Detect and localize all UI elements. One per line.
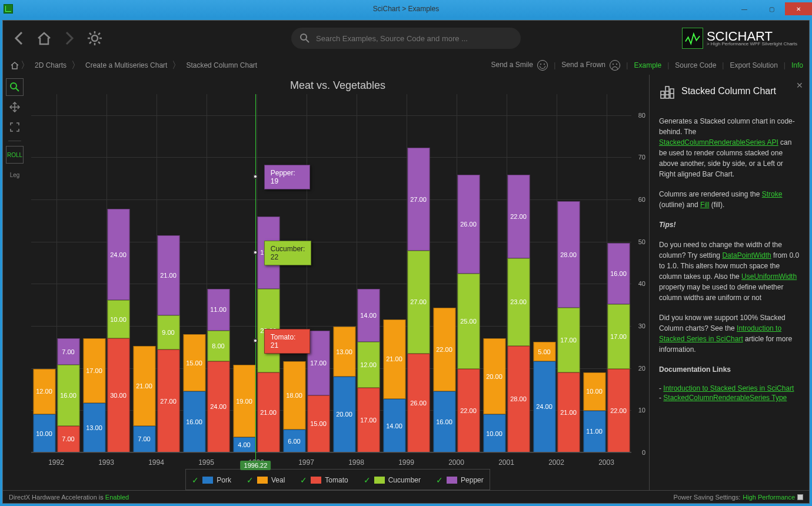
bar-segment-tomato[interactable]: 24.00 — [207, 361, 229, 452]
status-bar: DirectX Hardware Acceleration is Enabled… — [3, 490, 809, 503]
bar-segment-cucumber[interactable]: 17.00 — [557, 308, 580, 372]
close-button[interactable]: ✕ — [785, 2, 812, 15]
bar-segment-cucumber[interactable]: 9.00 — [157, 315, 179, 349]
breadcrumb-item[interactable]: Create a Multiseries Chart — [79, 59, 173, 72]
bar-segment-pepper[interactable]: 26.00 — [457, 175, 480, 274]
bar-segment-pepper[interactable]: 28.00 — [557, 201, 580, 308]
maximize-button[interactable]: ▢ — [758, 2, 785, 15]
bar-segment-pepper[interactable]: 21.00 — [157, 235, 179, 315]
doc-link[interactable]: StackedColumnRenderableSeries Type — [663, 394, 787, 402]
breadcrumb-item[interactable]: 2D Charts — [29, 59, 72, 72]
bar-segment-pork[interactable]: 20.00 — [333, 377, 355, 452]
bar-segment-tomato[interactable]: 7.00 — [57, 426, 79, 452]
bar-segment-pork[interactable]: 7.00 — [133, 426, 155, 452]
bar-segment-veal[interactable]: 18.00 — [283, 361, 305, 430]
breadcrumb-home-icon[interactable] — [10, 61, 19, 70]
tab-example[interactable]: Example — [634, 61, 661, 69]
bar-segment-tomato[interactable]: 21.00 — [257, 372, 279, 452]
bar-segment-pepper[interactable]: 16.00 — [607, 243, 630, 304]
pan-tool[interactable] — [6, 98, 24, 116]
search-input[interactable] — [316, 34, 513, 43]
legend-item[interactable]: ✓Cucumber — [358, 475, 427, 485]
legend-item[interactable]: ✓Pepper — [430, 475, 490, 485]
bar-segment-cucumber[interactable]: 25.00 — [457, 274, 480, 369]
bar-segment-veal[interactable]: 15.00 — [183, 334, 205, 391]
bar-segment-pork[interactable]: 6.00 — [283, 430, 305, 452]
bar-segment-tomato[interactable]: 22.00 — [457, 369, 480, 452]
tab-export[interactable]: Export Solution — [730, 61, 777, 69]
home-icon[interactable] — [36, 30, 52, 46]
bar-segment-cucumber[interactable]: 8.00 — [207, 331, 229, 361]
bar-segment-tomato[interactable]: 22.00 — [607, 369, 630, 452]
link-api[interactable]: StackedColumnRenderableSeries API — [659, 138, 778, 147]
bar-segment-veal[interactable]: 10.00 — [583, 372, 605, 411]
bar-segment-pepper[interactable]: 14.00 — [357, 289, 380, 342]
legend-item[interactable]: ✓Tomato — [294, 475, 354, 485]
bar-segment-tomato[interactable]: 15.00 — [307, 395, 330, 452]
extents-tool[interactable] — [6, 118, 24, 136]
bar-segment-veal[interactable]: 20.00 — [483, 338, 505, 414]
bar-segment-veal[interactable]: 19.00 — [233, 365, 255, 437]
send-frown[interactable]: Send a Frown — [561, 60, 620, 71]
bar-segment-veal[interactable]: 12.00 — [33, 369, 55, 415]
close-icon[interactable]: ✕ — [796, 81, 803, 90]
bar-segment-pork[interactable]: 16.00 — [433, 391, 455, 452]
bar-segment-cucumber[interactable]: 12.00 — [357, 342, 380, 388]
search-box[interactable] — [291, 28, 521, 49]
link-fill[interactable]: Fill — [700, 201, 709, 209]
link-dpw[interactable]: DataPointWidth — [722, 251, 771, 259]
bar-segment-pork[interactable]: 24.00 — [533, 361, 555, 452]
chart-area[interactable]: Meat vs. Vegetables 01020304050607080199… — [26, 75, 649, 490]
legend-item[interactable]: ✓Pork — [186, 475, 237, 485]
bar-segment-pork[interactable]: 16.00 — [183, 391, 205, 452]
bar-segment-pepper[interactable]: 17.00 — [307, 331, 330, 395]
bar-segment-veal[interactable]: 13.00 — [333, 327, 355, 376]
doc-link[interactable]: Introduction to Stacked Series in SciCha… — [663, 384, 794, 392]
bar-segment-cucumber[interactable]: 16.00 — [57, 365, 79, 426]
bar-segment-veal[interactable]: 21.00 — [133, 346, 155, 426]
bar-segment-pork[interactable]: 4.00 — [233, 437, 255, 452]
bar-segment-pepper[interactable]: 27.00 — [407, 148, 430, 251]
bar-segment-veal[interactable]: 21.00 — [383, 319, 405, 400]
link-stroke[interactable]: Stroke — [762, 190, 783, 198]
back-icon[interactable] — [12, 30, 25, 46]
bar-segment-pork[interactable]: 10.00 — [33, 414, 55, 452]
bar-segment-cucumber[interactable]: 17.00 — [607, 304, 630, 369]
bar-segment-pepper[interactable]: 11.00 — [207, 289, 229, 331]
bar-segment-pork[interactable]: 14.00 — [383, 399, 405, 452]
bar-segment-pork[interactable]: 10.00 — [483, 414, 505, 452]
send-smile[interactable]: Send a Smile — [491, 60, 548, 71]
forward-icon[interactable] — [63, 30, 76, 46]
bar-segment-pepper[interactable]: 22.00 — [507, 175, 530, 258]
bar-segment-tomato[interactable]: 27.00 — [157, 349, 179, 452]
zoom-tool[interactable] — [6, 78, 24, 96]
bar-segment-cucumber[interactable]: 27.00 — [407, 251, 430, 354]
bar-segment-veal[interactable]: 22.00 — [433, 308, 455, 391]
bar-segment-tomato[interactable]: 21.00 — [557, 372, 580, 452]
minimize-button[interactable]: — — [731, 2, 758, 15]
bar-segment-tomato[interactable]: 30.00 — [107, 338, 129, 452]
logo-icon — [682, 28, 703, 49]
bar-segment-pepper[interactable]: 7.00 — [57, 338, 79, 365]
bar-segment-pepper[interactable]: 24.00 — [107, 209, 129, 300]
link-uuw[interactable]: UseUniformWidth — [741, 272, 797, 281]
breadcrumb-item[interactable]: Stacked Column Chart — [180, 59, 263, 72]
settings-icon[interactable] — [86, 30, 103, 46]
legend-item[interactable]: ✓Veal — [241, 475, 291, 485]
bar-segment-tomato[interactable]: 28.00 — [507, 346, 530, 452]
tab-source[interactable]: Source Code — [675, 61, 716, 69]
bar-segment-cucumber[interactable]: 10.00 — [107, 300, 129, 338]
chart-tools: ROLL Leg — [3, 75, 26, 490]
rollover-tool[interactable]: ROLL — [6, 146, 24, 164]
bar-segment-veal[interactable]: 5.00 — [533, 342, 555, 361]
bar-segment-veal[interactable]: 17.00 — [83, 338, 105, 403]
bar-segment-cucumber[interactable]: 23.00 — [507, 258, 530, 346]
legend-tool[interactable]: Leg — [6, 166, 24, 184]
bar-segment-pork[interactable]: 11.00 — [583, 411, 605, 452]
bar-segment-tomato[interactable]: 26.00 — [407, 354, 430, 452]
bar-segment-tomato[interactable]: 17.00 — [357, 388, 380, 452]
svg-line-7 — [89, 42, 91, 44]
bar-segment-pork[interactable]: 13.00 — [83, 403, 105, 452]
tab-info[interactable]: Info — [791, 61, 803, 69]
chart-title: Meat vs. Vegetables — [26, 75, 649, 94]
